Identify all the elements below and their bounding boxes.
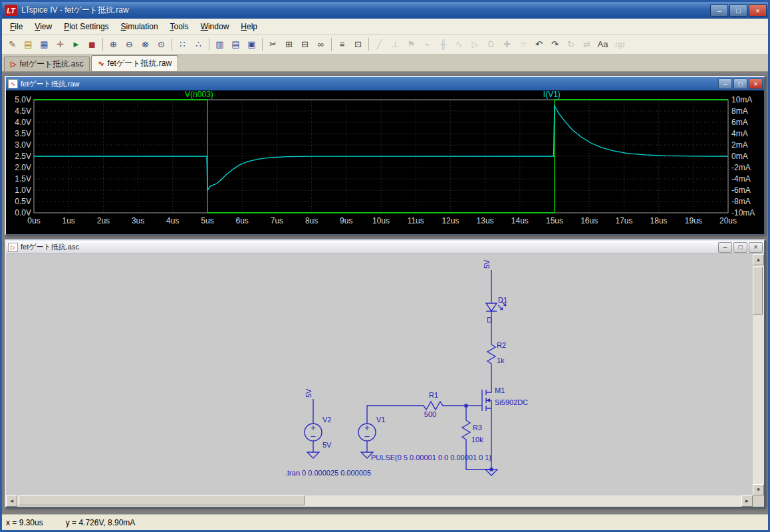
y-right-tick-label: 10mA xyxy=(731,95,752,104)
y-right-tick-label: -4mA xyxy=(731,174,751,184)
toolbar-separator xyxy=(102,38,103,51)
d1-ref-label: D1 xyxy=(498,296,507,304)
zoom-extents-icon[interactable]: ⊗ xyxy=(138,37,153,52)
voltage-source-v2[interactable] xyxy=(305,399,322,452)
y-left-tick-label: 1.5V xyxy=(15,174,31,184)
v1-ref-label: V1 xyxy=(376,416,385,424)
ground-v2[interactable] xyxy=(307,452,319,458)
y-left-tick-label: 4.0V xyxy=(15,118,31,127)
zoom-area-icon[interactable]: ⊕ xyxy=(106,37,121,52)
y-left-tick-label: 5.0V xyxy=(15,95,31,104)
net-label-5v-top[interactable]: 5V xyxy=(483,259,491,269)
waveform-window-icon: ∿ xyxy=(8,79,18,88)
y-left-tick-label: 2.0V xyxy=(15,163,31,172)
redo-icon[interactable]: ↷ xyxy=(547,37,563,52)
horizontal-scrollbar[interactable]: ◄ ► xyxy=(6,495,753,507)
control-panel-icon[interactable]: ✛ xyxy=(53,37,68,52)
vscroll-track[interactable] xyxy=(753,265,764,484)
resistor-r3[interactable] xyxy=(462,420,470,447)
schematic-window-titlebar[interactable]: ▷ fetゲート抵抗.asc – □ × xyxy=(6,241,764,254)
mirror-icon: ⇄ xyxy=(579,37,594,52)
undo-icon[interactable]: ↶ xyxy=(531,37,547,52)
resistor-r2[interactable] xyxy=(487,340,495,372)
cascade-windows-icon[interactable]: ▣ xyxy=(244,37,259,52)
schematic-minimize-button[interactable]: – xyxy=(718,242,732,253)
main-titlebar[interactable]: LT LTspice IV - fetゲート抵抗.raw – □ × xyxy=(2,2,768,19)
waveform-plot-area[interactable]: 0us1us2us3us4us5us6us7us8us9us10us11us12… xyxy=(6,90,764,234)
menu-help[interactable]: Help xyxy=(235,19,263,34)
open-schematic-icon[interactable]: ✎ xyxy=(5,37,20,52)
pan-icon[interactable]: ⊙ xyxy=(154,37,169,52)
menu-tools[interactable]: Tools xyxy=(164,19,195,34)
voltage-source-v1[interactable] xyxy=(358,424,376,452)
move-icon: ✚ xyxy=(499,37,515,52)
wire-v1-r1[interactable] xyxy=(367,406,420,424)
hscroll-track[interactable] xyxy=(17,495,741,507)
v2-ref-label: V2 xyxy=(322,416,331,424)
tab-asc[interactable]: ▷fetゲート抵抗.asc xyxy=(4,57,90,71)
waveform-minimize-button[interactable]: – xyxy=(718,78,732,89)
r2-ref-label: R2 xyxy=(497,341,506,349)
paste-icon[interactable]: ⊟ xyxy=(297,37,313,52)
x-tick-label: 10us xyxy=(372,216,390,225)
vertical-scrollbar[interactable]: ▲ ▼ xyxy=(753,254,764,495)
waveform-window-titlebar[interactable]: ∿ fetゲート抵抗.raw – □ × xyxy=(6,77,764,90)
mark-data-points-icon[interactable]: ∴ xyxy=(191,37,206,52)
y-left-tick-label: 0.5V xyxy=(15,197,31,206)
scroll-up-arrow[interactable]: ▲ xyxy=(753,254,764,265)
print-icon[interactable]: ⊡ xyxy=(350,37,366,52)
menu-window[interactable]: Window xyxy=(195,19,235,34)
copy-icon[interactable]: ⊞ xyxy=(281,37,297,52)
menu-plot-settings[interactable]: Plot Settings xyxy=(58,19,114,34)
close-button[interactable]: × xyxy=(749,4,767,17)
open-file-icon[interactable]: ▤ xyxy=(21,37,36,52)
d1-model-label: D xyxy=(487,316,492,324)
grid-dots-icon[interactable]: ∷ xyxy=(175,37,190,52)
halt-icon[interactable]: ◼ xyxy=(84,37,100,52)
r3-ref-label: R3 xyxy=(473,424,482,432)
scroll-right-arrow[interactable]: ► xyxy=(741,495,753,507)
schematic-canvas[interactable]: 5V 5V D1 D R2 1k M1 Si5902DC R1 500 R3 1… xyxy=(6,254,753,495)
find-icon[interactable]: ∞ xyxy=(313,37,328,52)
menu-file[interactable]: File xyxy=(4,19,29,34)
schematic-close-button[interactable]: × xyxy=(749,242,763,253)
run-icon[interactable]: ► xyxy=(68,37,84,52)
net-label-5v-v2[interactable]: 5V xyxy=(305,388,313,398)
ltspice-main-window: LT LTspice IV - fetゲート抵抗.raw – □ × FileV… xyxy=(0,0,770,532)
zoom-back-icon[interactable]: ⊖ xyxy=(122,37,137,52)
m1-model-label: Si5902DC xyxy=(495,398,528,406)
toolbar: ✎▤▦✛►◼⊕⊖⊗⊙∷∴▥▤▣✂⊞⊟∞≡⊡╱⊥⚑⌁╫∿▷D✚☞↶↷↻⇄Aa.op xyxy=(2,35,768,55)
tab-raw-label: fetゲート抵抗.raw xyxy=(108,58,172,69)
waveform-restore-button[interactable]: □ xyxy=(733,78,747,89)
tile-vertical-icon[interactable]: ▥ xyxy=(212,37,227,52)
r2-value-label: 1k xyxy=(497,356,505,364)
y-right-tick-label: 6mA xyxy=(731,118,748,127)
save-icon[interactable]: ▦ xyxy=(37,37,52,52)
trace-label-V(n003)[interactable]: V(n003) xyxy=(185,90,213,99)
trace-label-I(V1)[interactable]: I(V1) xyxy=(543,90,561,99)
v1-value-label[interactable]: PULSE(0 5 0.00001 0 0 0.00001 0 1) xyxy=(371,454,491,462)
x-tick-label: 7us xyxy=(271,216,283,225)
x-tick-label: 1us xyxy=(63,216,75,225)
text-icon[interactable]: Aa xyxy=(595,37,610,52)
tile-horizontal-icon[interactable]: ▤ xyxy=(228,37,243,52)
resistor-r1[interactable] xyxy=(420,402,466,410)
scrollbar-corner xyxy=(753,495,764,507)
minimize-button[interactable]: – xyxy=(710,4,728,17)
spice-directive-text[interactable]: .tran 0 0.000025 0.000005 xyxy=(285,469,371,477)
scroll-down-arrow[interactable]: ▼ xyxy=(753,484,764,495)
vscroll-thumb[interactable] xyxy=(753,267,763,315)
tab-raw[interactable]: ∿fetゲート抵抗.raw xyxy=(91,55,178,71)
schematic-restore-button[interactable]: □ xyxy=(733,242,747,253)
hscroll-thumb[interactable] xyxy=(19,495,305,505)
print-preview-icon[interactable]: ≡ xyxy=(334,37,350,52)
status-x-readout: x = 9.30us xyxy=(6,518,43,527)
scroll-left-arrow[interactable]: ◄ xyxy=(6,495,17,507)
menu-simulation[interactable]: Simulation xyxy=(115,19,164,34)
cut-icon[interactable]: ✂ xyxy=(265,37,281,52)
waveform-close-button[interactable]: × xyxy=(749,78,763,89)
y-right-tick-label: 2mA xyxy=(731,140,748,150)
menu-view[interactable]: View xyxy=(29,19,58,34)
maximize-button[interactable]: □ xyxy=(729,4,747,17)
ltspice-logo-icon: LT xyxy=(5,5,17,16)
